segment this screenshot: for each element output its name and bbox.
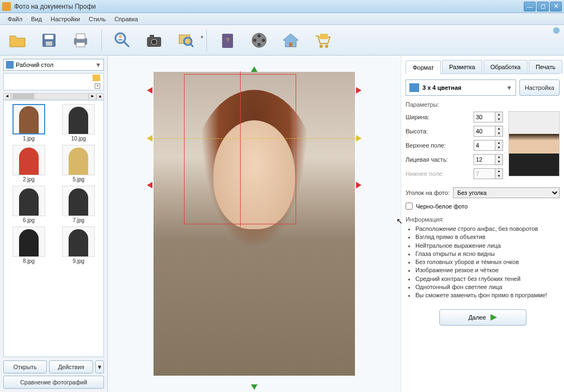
face-spinner[interactable]: ▲▼ xyxy=(474,154,503,165)
top-spinner[interactable]: ▲▼ xyxy=(474,140,503,151)
format-select[interactable]: 3 x 4 цветная ▼ xyxy=(406,79,516,96)
close-button[interactable]: ✕ xyxy=(550,2,562,11)
info-list: Расположение строго анфас, без поворотов… xyxy=(406,225,560,299)
tab-processing[interactable]: Обработка xyxy=(483,60,528,74)
film-reel-icon[interactable] xyxy=(246,27,272,53)
folder-select[interactable]: Рабочий стол ▼ xyxy=(3,59,104,71)
marker-right-2[interactable] xyxy=(356,135,365,142)
info-item: Изображение резкое и чёткое xyxy=(415,266,560,274)
camera-icon[interactable] xyxy=(141,27,167,53)
svg-line-15 xyxy=(191,44,193,47)
canvas-area xyxy=(108,56,401,392)
chevron-down-icon: ▼ xyxy=(506,84,512,91)
thumb-label: 6.jpg xyxy=(7,217,51,223)
info-item: Вы сможете заменить фон прямо в программ… xyxy=(415,291,560,299)
thumbnail[interactable]: 6.jpg xyxy=(7,186,51,223)
bottom-marker[interactable] xyxy=(251,384,258,392)
svg-point-20 xyxy=(262,39,265,42)
bw-checkbox[interactable] xyxy=(406,203,413,210)
format-icon xyxy=(409,83,419,92)
help-book-icon[interactable]: ? xyxy=(214,27,241,53)
svg-rect-4 xyxy=(76,34,85,39)
folder-icon[interactable] xyxy=(93,75,100,81)
actions-button[interactable]: Действия xyxy=(49,360,93,373)
left-panel: Рабочий стол ▼ + ◄►▲ 1.jpg10.jpg2.jpg5.j… xyxy=(0,56,108,392)
info-item: Нейтральное выражение лица xyxy=(415,242,560,249)
marker-left-1[interactable] xyxy=(144,87,152,94)
tabs: Формат Разметка Обработка Печать xyxy=(406,60,560,74)
thumbnail[interactable]: 9.jpg xyxy=(57,226,101,264)
settings-button[interactable]: Настройка xyxy=(519,79,560,96)
tab-format[interactable]: Формат xyxy=(406,60,441,74)
thumb-label: 8.jpg xyxy=(7,258,51,264)
add-icon[interactable]: + xyxy=(95,83,100,89)
menu-settings[interactable]: Настройки xyxy=(46,15,84,23)
marker-right-3[interactable] xyxy=(356,182,365,188)
folder-toolbar: + xyxy=(3,73,104,90)
top-marker[interactable] xyxy=(251,63,258,72)
menu-view[interactable]: Вид xyxy=(27,15,46,23)
thumbnail[interactable]: 7.jpg xyxy=(57,186,101,223)
actions-dropdown[interactable]: ▼ xyxy=(95,360,104,373)
svg-rect-23 xyxy=(289,42,292,47)
app-icon xyxy=(2,2,11,11)
minimize-button[interactable]: — xyxy=(524,2,536,11)
marker-left-3[interactable] xyxy=(144,182,152,188)
maximize-button[interactable]: ◻ xyxy=(537,2,549,11)
thumbnail[interactable]: 8.jpg xyxy=(7,226,51,264)
width-spinner[interactable]: ▲▼ xyxy=(474,112,503,122)
width-label: Ширина: xyxy=(406,114,474,120)
thumbnail[interactable]: 1.jpg xyxy=(7,104,51,142)
tab-markup[interactable]: Разметка xyxy=(442,60,482,74)
tab-print[interactable]: Печать xyxy=(529,60,562,74)
photo-canvas[interactable] xyxy=(154,72,355,376)
svg-line-7 xyxy=(124,42,129,47)
titlebar: Фото на документы Профи — ◻ ✕ xyxy=(0,0,564,13)
thumbnail[interactable]: 2.jpg xyxy=(7,145,51,182)
thumbnail[interactable]: 5.jpg xyxy=(57,145,101,182)
crop-rectangle[interactable] xyxy=(184,74,296,224)
svg-rect-26 xyxy=(320,34,328,39)
svg-point-21 xyxy=(258,43,261,46)
svg-rect-2 xyxy=(46,41,52,46)
bottom-label: Нижнее поле: xyxy=(406,170,474,177)
save-icon[interactable] xyxy=(36,27,62,53)
svg-rect-5 xyxy=(76,42,85,47)
info-item: Глаза открыты и ясно видны xyxy=(415,250,560,258)
next-button[interactable]: Далее xyxy=(439,309,526,326)
marker-right-1[interactable] xyxy=(356,87,365,94)
marker-left-2[interactable] xyxy=(144,135,152,142)
menu-file[interactable]: Файл xyxy=(3,15,27,23)
magnifier-icon[interactable]: ▼ xyxy=(173,27,199,53)
next-label: Далее xyxy=(468,314,486,321)
info-item: Средний контраст без глубоких теней xyxy=(415,275,560,283)
thumbnail[interactable]: 10.jpg xyxy=(57,104,101,142)
face-label: Лицевая часть: xyxy=(406,156,474,163)
chevron-down-icon: ▼ xyxy=(95,62,101,68)
thumb-label: 1.jpg xyxy=(7,136,51,142)
mini-scrollbar[interactable]: ◄►▲ xyxy=(3,93,104,100)
compare-button[interactable]: Сравнение фотографий xyxy=(3,376,104,389)
thumbnail-list: 1.jpg10.jpg2.jpg5.jpg6.jpg7.jpg8.jpg9.jp… xyxy=(3,100,104,357)
folder-label: Рабочий стол xyxy=(16,62,53,68)
open-button[interactable]: Открыть xyxy=(3,360,47,373)
height-label: Высота: xyxy=(406,128,474,134)
menu-help[interactable]: Справка xyxy=(110,15,142,23)
height-spinner[interactable]: ▲▼ xyxy=(474,126,503,137)
open-folder-icon[interactable] xyxy=(4,27,30,53)
cart-icon[interactable] xyxy=(309,27,335,53)
zoom-person-icon[interactable] xyxy=(109,27,136,53)
menubar: Файл Вид Настройки Стиль Справка xyxy=(0,13,564,25)
thumb-label: 7.jpg xyxy=(57,217,101,223)
print-icon[interactable] xyxy=(68,27,94,53)
desktop-icon xyxy=(6,61,14,69)
info-item: Без головных уборов и тёмных очков xyxy=(415,258,560,266)
menu-style[interactable]: Стиль xyxy=(84,15,110,23)
toolbar-close-icon[interactable] xyxy=(553,27,560,34)
svg-point-19 xyxy=(258,34,261,38)
svg-rect-1 xyxy=(45,35,53,39)
svg-point-11 xyxy=(152,40,156,44)
corner-select[interactable]: Без уголка xyxy=(453,187,560,198)
home-icon[interactable] xyxy=(278,27,304,53)
window-title: Фото на документы Профи xyxy=(14,3,524,10)
